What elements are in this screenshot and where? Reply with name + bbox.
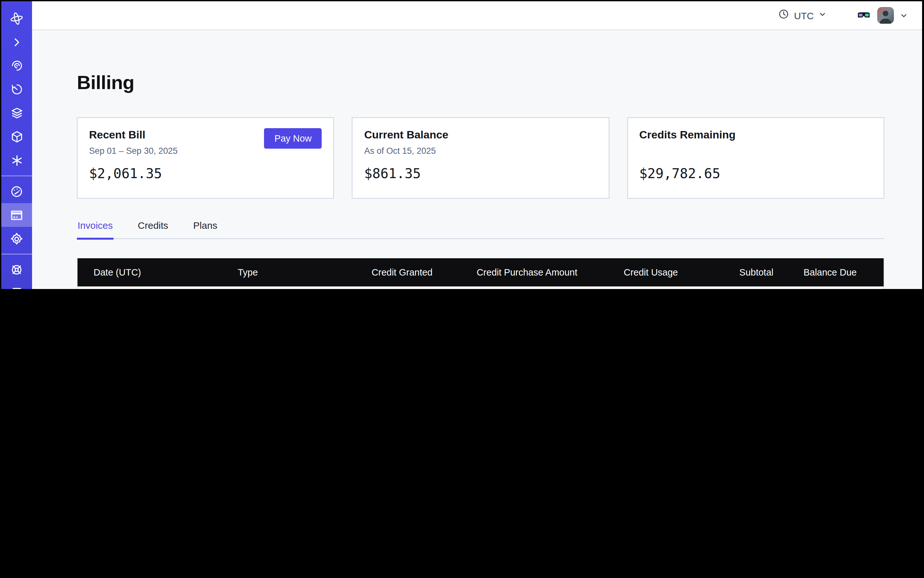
tab-invoices[interactable]: Invoices — [77, 220, 114, 240]
current-balance-amount: $861.35 — [364, 166, 597, 181]
card-subtitle: As of Oct 15, 2025 — [364, 146, 597, 157]
settings-gear-icon[interactable] — [1, 227, 32, 250]
column-header-subtotal: Subtotal — [678, 267, 773, 278]
chevron-down-icon[interactable] — [900, 11, 908, 19]
column-header-credit-purchase-amount: Credit Purchase Amount — [432, 267, 577, 278]
table-header: Date (UTC) Type Credit Granted Credit Pu… — [78, 258, 883, 286]
billing-tabs: Invoices Credits Plans — [77, 220, 884, 239]
timezone-label: UTC — [794, 10, 814, 21]
tab-credits[interactable]: Credits — [137, 220, 169, 239]
recent-bill-card: Recent Bill Sep 01 – Sep 30, 2025 $2,061… — [77, 117, 334, 199]
credits-remaining-card: Credits Remaining $29,782.65 — [627, 117, 884, 199]
page-title: Billing — [77, 71, 884, 94]
app-logo-icon[interactable] — [1, 6, 32, 30]
summary-cards: Recent Bill Sep 01 – Sep 30, 2025 $2,061… — [77, 117, 884, 199]
billing-page: Billing Recent Bill Sep 01 – Sep 30, 202… — [32, 30, 922, 289]
sidebar-divider — [1, 254, 32, 254]
layers-icon[interactable] — [1, 101, 32, 125]
user-avatar[interactable] — [877, 7, 894, 24]
collapse-sidebar-chevron-icon[interactable] — [1, 30, 32, 54]
chevron-down-icon — [818, 10, 827, 21]
tab-plans[interactable]: Plans — [193, 220, 218, 239]
containers-cube-icon[interactable] — [1, 125, 32, 149]
column-header-type: Type — [238, 267, 347, 278]
column-header-credit-usage: Credit Usage — [577, 267, 678, 278]
sidebar: $ — [1, 1, 32, 289]
timezone-selector[interactable]: UTC — [778, 8, 827, 23]
current-balance-card: Current Balance As of Oct 15, 2025 $861.… — [352, 117, 609, 199]
usage-gauge-icon[interactable] — [1, 179, 32, 203]
live-view-icon[interactable] — [1, 54, 32, 78]
invoice-row: Sept 01 – 30, 2024 Cloud Usage Pending $… — [78, 286, 883, 289]
history-timer-icon[interactable] — [1, 78, 32, 101]
invoice-table-body: Sept 01 – 30, 2024 Cloud Usage Pending $… — [78, 286, 883, 289]
card-title: Credits Remaining — [639, 128, 872, 142]
support-helm-icon[interactable] — [1, 258, 32, 281]
3d-glasses-icon[interactable] — [856, 8, 872, 23]
credits-remaining-amount: $29,782.65 — [639, 166, 872, 181]
pay-now-button[interactable]: Pay Now — [264, 128, 322, 149]
sidebar-divider — [1, 175, 32, 176]
column-header-balance-due: Balance Due — [773, 267, 857, 278]
card-subtitle — [639, 146, 872, 157]
invoices-table: Date (UTC) Type Credit Granted Credit Pu… — [77, 258, 884, 289]
column-header-date: Date (UTC) — [78, 267, 238, 278]
sidebar-item-billing[interactable] — [1, 203, 32, 227]
app-window: $ UTC — [0, 0, 924, 289]
clock-icon — [778, 8, 789, 23]
docs-book-icon[interactable] — [1, 281, 32, 289]
topbar: UTC — [32, 1, 922, 30]
functions-asterisk-icon[interactable] — [1, 149, 32, 172]
card-title: Current Balance — [364, 128, 597, 142]
main-area: UTC — [32, 1, 922, 289]
column-header-credit-granted: Credit Granted — [347, 267, 432, 278]
recent-bill-amount: $2,061.35 — [89, 166, 322, 181]
